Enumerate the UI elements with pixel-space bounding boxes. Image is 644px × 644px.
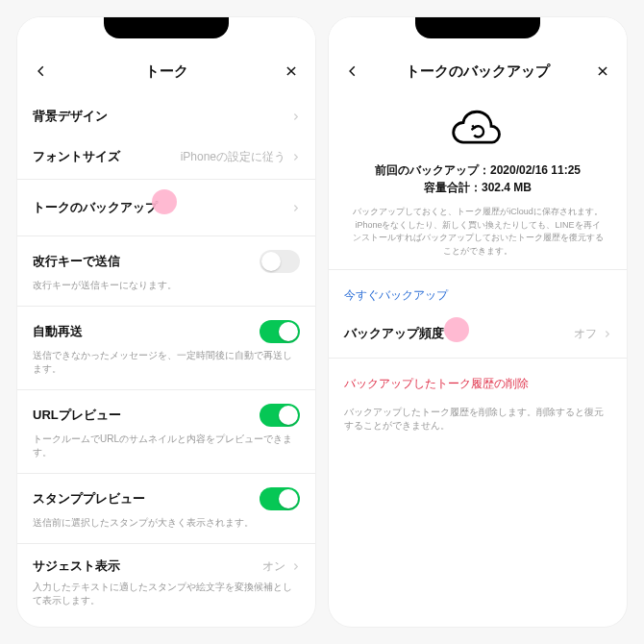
backup-summary: 前回のバックアップ：2020/02/16 11:25 容量合計：302.4 MB… bbox=[329, 96, 627, 267]
row-backup-now[interactable]: 今すぐバックアップ bbox=[329, 272, 627, 313]
chevron-right-icon bbox=[291, 199, 300, 216]
label: トークのバックアップ bbox=[33, 199, 158, 216]
subtext: 送信前に選択したスタンプが大きく表示されます。 bbox=[33, 516, 300, 530]
label: サジェスト表示 bbox=[33, 557, 120, 575]
page-title: トークのバックアップ bbox=[406, 62, 550, 81]
toggle-url-preview[interactable] bbox=[260, 404, 300, 427]
back-icon[interactable] bbox=[342, 61, 363, 82]
label: バックアップしたトーク履歴の削除 bbox=[344, 377, 529, 390]
notch bbox=[329, 17, 627, 50]
divider bbox=[17, 543, 315, 544]
row-auto-resend: 自動再送 送信できなかったメッセージを、一定時間後に自動で再送します。 bbox=[17, 309, 315, 387]
divider bbox=[17, 389, 315, 390]
row-delete-backup[interactable]: バックアップしたトーク履歴の削除 bbox=[329, 360, 627, 398]
label: 背景デザイン bbox=[33, 108, 108, 125]
value: オフ bbox=[574, 326, 597, 342]
row-enter-to-send: 改行キーで送信 改行キーが送信キーになります。 bbox=[17, 238, 315, 304]
content: 前回のバックアップ：2020/02/16 11:25 容量合計：302.4 MB… bbox=[329, 92, 627, 627]
label: フォントサイズ bbox=[33, 148, 120, 165]
backup-size: 容量合計：302.4 MB bbox=[352, 179, 604, 196]
label: 今すぐバックアップ bbox=[344, 288, 448, 302]
toggle-stamp-preview[interactable] bbox=[260, 487, 300, 510]
close-icon[interactable] bbox=[592, 61, 613, 82]
cloud-refresh-icon bbox=[449, 110, 507, 150]
chevron-right-icon bbox=[291, 148, 300, 165]
row-suggest-display[interactable]: サジェスト表示 オン 入力したテキストに適したスタンプや絵文字を変換候補として表… bbox=[17, 546, 315, 619]
label: スタンププレビュー bbox=[33, 490, 145, 508]
toggle-enter-send[interactable] bbox=[260, 250, 300, 273]
divider bbox=[17, 179, 315, 180]
label: 自動再送 bbox=[33, 323, 83, 340]
value: iPhoneの設定に従う bbox=[181, 149, 285, 165]
row-delete-backup-desc: バックアップしたトーク履歴を削除します。削除すると復元することができません。 bbox=[329, 398, 627, 444]
highlight-dot bbox=[152, 189, 177, 214]
row-font-size[interactable]: フォントサイズ iPhoneの設定に従う bbox=[17, 136, 315, 177]
highlight-dot bbox=[444, 317, 469, 342]
subtext: トークルームでURLのサムネイルと内容をプレビューできます。 bbox=[33, 433, 300, 459]
divider bbox=[17, 235, 315, 236]
backup-description: バックアップしておくと、トーク履歴がiCloudに保存されます。iPhoneをな… bbox=[352, 206, 604, 258]
back-icon[interactable] bbox=[31, 61, 52, 82]
label: URLプレビュー bbox=[33, 407, 121, 424]
chevron-right-icon bbox=[291, 557, 300, 575]
phone-screen-talk: トーク 背景デザイン フォントサイズ iPhoneの設定に従う bbox=[17, 17, 315, 627]
subtext: 入力したテキストに適したスタンプや絵文字を変換候補として表示します。 bbox=[33, 581, 300, 607]
row-backup-frequency[interactable]: バックアップ頻度 オフ bbox=[329, 313, 627, 356]
label: 改行キーで送信 bbox=[33, 253, 120, 270]
divider bbox=[17, 306, 315, 307]
nav-bar: トークのバックアップ bbox=[329, 50, 627, 92]
subtext: 送信できなかったメッセージを、一定時間後に自動で再送します。 bbox=[33, 349, 300, 376]
chevron-right-icon bbox=[603, 325, 611, 342]
toggle-auto-resend[interactable] bbox=[260, 320, 300, 343]
last-backup-time: 前回のバックアップ：2020/02/16 11:25 bbox=[352, 161, 604, 179]
nav-bar: トーク bbox=[17, 50, 315, 92]
divider bbox=[329, 269, 627, 270]
row-talk-backup[interactable]: トークのバックアップ bbox=[17, 182, 315, 234]
notch bbox=[17, 17, 315, 50]
divider bbox=[329, 358, 627, 359]
subtext: バックアップしたトーク履歴を削除します。削除すると復元することができません。 bbox=[344, 406, 611, 433]
value: オン bbox=[262, 558, 285, 575]
divider bbox=[17, 473, 315, 474]
chevron-right-icon bbox=[291, 108, 300, 125]
subtext: 改行キーが送信キーになります。 bbox=[33, 279, 300, 292]
row-background-design[interactable]: 背景デザイン bbox=[17, 96, 315, 136]
label: バックアップ頻度 bbox=[344, 325, 444, 342]
close-icon[interactable] bbox=[281, 61, 302, 82]
row-stamp-preview: スタンププレビュー 送信前に選択したスタンプが大きく表示されます。 bbox=[17, 476, 315, 541]
page-title: トーク bbox=[145, 62, 188, 81]
row-url-preview: URLプレビュー トークルームでURLのサムネイルと内容をプレビューできます。 bbox=[17, 392, 315, 471]
content: 背景デザイン フォントサイズ iPhoneの設定に従う トークのバックアップ bbox=[17, 92, 315, 627]
phone-screen-backup: トークのバックアップ 前回のバックアップ：2020/02/16 11:25 容量… bbox=[329, 17, 627, 627]
